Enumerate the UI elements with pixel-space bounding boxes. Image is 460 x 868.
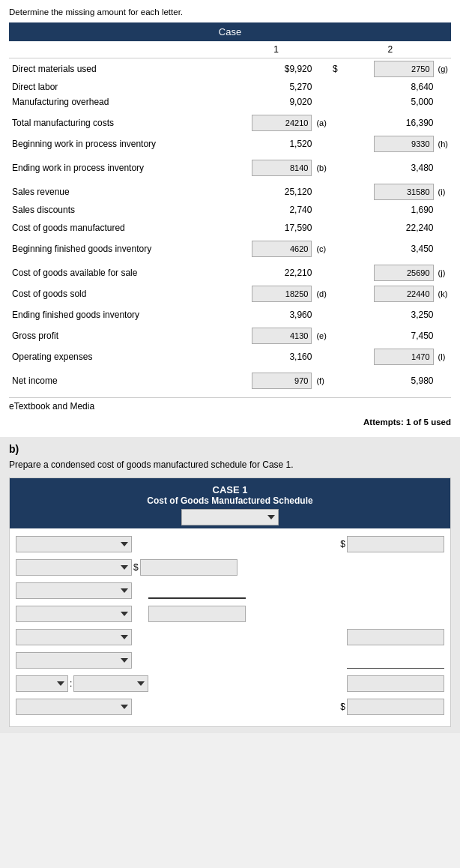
case-header: Case [9,22,451,41]
val1-text-2: 9,020 [223,94,315,109]
letter-9 [437,238,451,259]
val1-input-9[interactable] [252,241,312,257]
case1-input-right-6[interactable] [347,652,444,669]
letter1-6 [315,181,329,202]
val2-text-2: 5,000 [341,94,437,109]
case1-input-mid-3[interactable] [148,582,246,599]
row-label-5: Ending work in process inventory [9,157,223,178]
case1-row-8: $ [16,697,444,717]
case1-row-6 [16,651,444,670]
val2-prefix-6 [330,181,341,202]
case1-title: CASE 1 [13,484,447,495]
table-row: Sales discounts2,7401,690 [9,202,451,217]
val1-text-8: 17,590 [223,220,315,235]
letter1-15: (f) [315,370,329,391]
val2-input-0[interactable] [374,61,434,77]
case1-select-2[interactable] [16,559,132,576]
val2-prefix-0: $ [330,58,341,80]
table-row: Cost of goods sold(d)(k) [9,283,451,304]
case1-select-7b[interactable] [73,675,148,692]
row-label-8: Cost of goods manufactured [9,220,223,235]
val1-input-5[interactable] [252,160,312,176]
letter-6: (i) [437,181,451,202]
row-label-2: Manufacturing overhead [9,94,223,109]
case1-select-1[interactable] [16,536,132,552]
table-row: Operating expenses3,160(l) [9,346,451,367]
attempts-label: Attempts: 1 of 5 used [9,415,451,430]
val2-prefix-12 [330,307,341,322]
col2-header: 2 [330,41,451,58]
val2-text-5: 3,480 [341,157,437,178]
case1-select-5[interactable] [16,629,132,645]
prepare-text: Prepare a condensed cost of goods manufa… [9,459,451,470]
val2-prefix-4 [330,133,341,154]
val2-prefix-5 [330,157,341,178]
val2-text-8: 22,240 [341,220,437,235]
letter-13 [437,325,451,346]
letter-4: (h) [437,133,451,154]
row-label-14: Operating expenses [9,346,223,367]
val2-input-4[interactable] [374,136,434,152]
table-row: Sales revenue25,120(i) [9,181,451,202]
case1-select-7a[interactable] [16,675,68,692]
case1-input-right-1[interactable] [347,536,444,552]
val1-input-11[interactable] [252,286,312,302]
case1-input-mid-2[interactable] [140,559,237,576]
row-label-11: Cost of goods sold [9,283,223,304]
val2-prefix-10 [330,262,341,283]
table-row: Ending work in process inventory(b)3,480 [9,157,451,178]
table-row: Manufacturing overhead9,0205,000 [9,94,451,109]
case1-select-6[interactable] [16,652,132,669]
case1-row-3 [16,581,444,600]
table-row: Ending finished goods inventory3,9603,25… [9,307,451,322]
case1-input-mid-4[interactable] [148,606,246,622]
table-row: Direct materials used$9,920$(g) [9,58,451,80]
val1-text-0: $9,920 [223,58,315,80]
val1-text-1: 5,270 [223,79,315,94]
val2-input-11[interactable] [374,286,434,302]
case1-subtitle: Cost of Goods Manufactured Schedule [13,495,447,506]
case1-input-right-5[interactable] [347,629,444,645]
letter-11: (k) [437,283,451,304]
table-row: Total manufacturing costs(a)16,390 [9,112,451,133]
val2-input-14[interactable] [374,349,434,365]
val2-prefix-2 [330,94,341,109]
case1-select-4[interactable] [16,606,132,622]
letter1-1 [315,79,329,94]
table-row: Cost of goods available for sale22,210(j… [9,262,451,283]
row-label-4: Beginning work in process inventory [9,133,223,154]
case1-header-dropdown[interactable] [181,509,279,525]
row-label-1: Direct labor [9,79,223,94]
val1-input-15[interactable] [252,373,312,389]
val2-text-7: 1,690 [341,202,437,217]
letter1-13: (e) [315,325,329,346]
val1-input-13[interactable] [252,328,312,344]
val1-input-3[interactable] [252,115,312,131]
val2-text-3: 16,390 [341,112,437,133]
letter-5 [437,157,451,178]
row-label-3: Total manufacturing costs [9,112,223,133]
table-row: Beginning finished goods inventory(c)3,4… [9,238,451,259]
letter-0: (g) [437,58,451,80]
letter1-12 [315,307,329,322]
row-label-10: Cost of goods available for sale [9,262,223,283]
val2-input-10[interactable] [374,265,434,281]
case1-select-3[interactable] [16,582,132,599]
val2-text-13: 7,450 [341,325,437,346]
letter-1 [437,79,451,94]
case1-select-8[interactable] [16,699,132,715]
etextbook-label: eTextbook and Media [9,397,451,415]
dollar-sign-1: $ [340,539,345,549]
case1-input-right-7[interactable] [347,675,444,692]
case1-input-right-8[interactable] [347,699,444,715]
letter1-10 [315,262,329,283]
case1-row-1: $ [16,534,444,554]
row-label-13: Gross profit [9,325,223,346]
table-row: Cost of goods manufactured17,59022,240 [9,220,451,235]
instruction: Determine the missing amount for each le… [9,7,451,16]
case1-row-2: $ [16,558,444,577]
row-label-12: Ending finished goods inventory [9,307,223,322]
val2-prefix-7 [330,202,341,217]
letter-15 [437,370,451,391]
val2-input-6[interactable] [374,184,434,200]
